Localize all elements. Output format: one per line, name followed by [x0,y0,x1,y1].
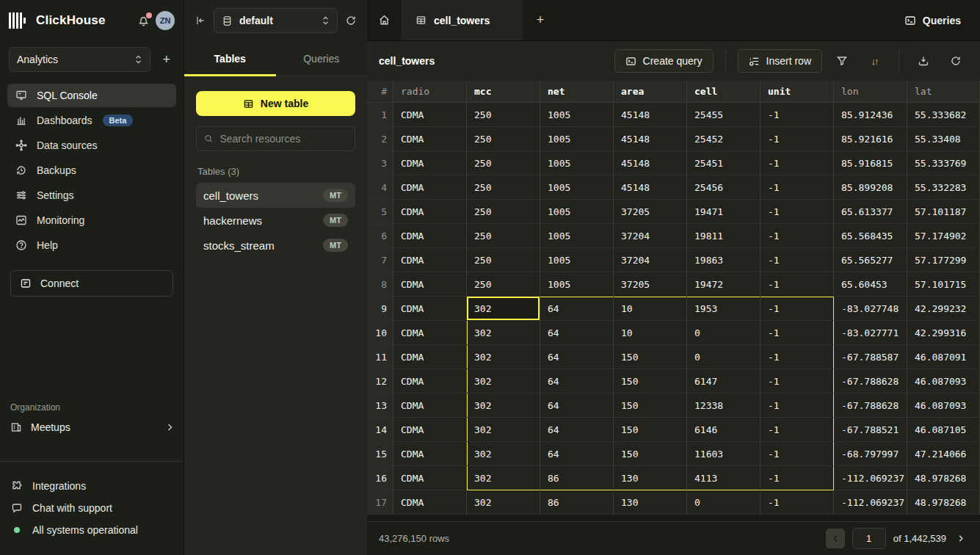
notifications-bell-icon[interactable] [137,15,150,27]
grid-cell[interactable]: 1005 [540,248,614,272]
grid-cell[interactable]: 302 [467,490,540,515]
grid-cell[interactable]: -1 [761,127,834,151]
grid-cell[interactable]: 302 [467,466,540,490]
grid-cell[interactable]: 45148 [614,103,687,127]
filter-button[interactable] [830,49,854,73]
grid-cell[interactable]: 250 [467,127,540,151]
sidebar-item-dashboards[interactable]: DashboardsBeta [7,109,176,132]
grid-cell[interactable]: -1 [761,442,834,466]
grid-cell[interactable]: CDMA [393,418,467,442]
grid-cell[interactable]: 64 [540,369,614,393]
grid-cell[interactable]: 64 [540,297,614,321]
grid-cell[interactable]: 130 [614,490,687,515]
grid-cell[interactable]: 150 [614,369,687,393]
workspace-select[interactable]: Analytics [9,47,150,72]
grid-cell[interactable]: CDMA [393,442,467,466]
grid-cell[interactable]: 37204 [614,224,687,248]
grid-cell[interactable]: 19863 [687,248,761,272]
page-number-input[interactable] [852,528,886,549]
grid-cell[interactable]: -1 [761,321,834,345]
refresh-tables-button[interactable] [345,15,357,26]
sidebar-item-settings[interactable]: Settings [7,184,176,207]
grid-cell[interactable]: 302 [467,369,540,393]
grid-cell[interactable]: 37205 [614,200,687,224]
collapse-panel-button[interactable] [195,15,206,26]
grid-cell[interactable]: CDMA [393,224,467,248]
grid-cell[interactable]: CDMA [393,200,467,224]
previous-page-button[interactable] [826,529,845,548]
grid-cell[interactable]: 0 [687,345,761,369]
queries-link[interactable]: Queries [885,0,980,40]
grid-cell[interactable]: 1953 [687,297,761,321]
table-list-item-stocks_stream[interactable]: stocks_streamMT [196,233,355,258]
sidebar-item-sql-console[interactable]: SQL Console [7,84,176,107]
column-header-unit[interactable]: unit [761,81,834,103]
grid-cell[interactable]: -1 [761,297,834,321]
column-header-area[interactable]: area [614,81,687,103]
grid-cell[interactable]: 250 [467,248,540,272]
grid-cell[interactable]: 55.332283 [907,175,980,200]
grid-cell[interactable]: CDMA [393,369,467,393]
grid-cell[interactable]: -83.027748 [834,297,907,321]
grid-cell[interactable]: 48.978268 [907,490,980,515]
table-list-item-cell_towers[interactable]: cell_towersMT [196,183,355,208]
grid-cell[interactable]: 64 [540,393,614,418]
tab-cell-towers[interactable]: cell_towers [402,0,523,40]
grid-cell[interactable]: -83.027771 [834,321,907,345]
grid-cell[interactable]: -67.788628 [834,393,907,418]
download-button[interactable] [911,49,936,73]
column-header-cell[interactable]: cell [687,81,761,103]
grid-cell[interactable]: 19472 [687,272,761,297]
next-page-button[interactable] [954,533,968,544]
grid-cell[interactable]: 64 [540,321,614,345]
grid-cell[interactable]: 19471 [687,200,761,224]
grid-cell[interactable]: -1 [761,272,834,297]
grid-cell[interactable]: 11603 [687,442,761,466]
grid-cell[interactable]: 0 [687,490,761,515]
grid-cell[interactable]: 37205 [614,272,687,297]
grid-cell[interactable]: -67.788587 [834,345,907,369]
grid-cell[interactable]: CDMA [393,393,467,418]
grid-cell[interactable]: 250 [467,175,540,200]
grid-cell[interactable]: 86 [540,490,614,515]
grid-cell[interactable]: -1 [761,393,834,418]
grid-cell[interactable]: -112.069237 [834,466,907,490]
grid-cell[interactable]: -1 [761,200,834,224]
grid-cell[interactable]: 57.174902 [907,224,980,248]
grid-cell[interactable]: 57.101715 [907,272,980,297]
grid-cell[interactable]: 130 [614,466,687,490]
grid-cell[interactable]: 150 [614,442,687,466]
grid-cell[interactable]: 1005 [540,200,614,224]
grid-cell[interactable]: CDMA [393,466,467,490]
grid-cell[interactable]: CDMA [393,297,467,321]
grid-cell[interactable]: 65.613377 [834,200,907,224]
grid-cell[interactable]: 48.978268 [907,466,980,490]
grid-cell[interactable]: 6147 [687,369,761,393]
grid-cell[interactable]: -1 [761,151,834,175]
grid-cell[interactable]: -112.069237 [834,490,907,515]
grid-cell[interactable]: 47.214066 [907,442,980,466]
grid-cell[interactable]: 46.087091 [907,345,980,369]
grid-cell[interactable]: 45148 [614,175,687,200]
column-header-lon[interactable]: lon [834,81,907,103]
grid-cell[interactable]: 45148 [614,127,687,151]
grid-cell[interactable]: 150 [614,418,687,442]
grid-cell[interactable]: 250 [467,200,540,224]
grid-cell[interactable]: 64 [540,442,614,466]
grid-cell[interactable]: 302 [467,418,540,442]
grid-cell[interactable]: 250 [467,272,540,297]
grid-cell[interactable]: CDMA [393,175,467,200]
grid-cell[interactable]: -1 [761,175,834,200]
search-input[interactable] [219,133,347,145]
grid-cell[interactable]: 37204 [614,248,687,272]
grid-cell[interactable]: 302 [467,393,540,418]
grid-cell[interactable]: -1 [761,103,834,127]
grid-cell[interactable]: 302 [467,321,540,345]
refresh-data-button[interactable] [943,49,968,73]
grid-cell[interactable]: -1 [761,418,834,442]
grid-cell[interactable]: 25452 [687,127,761,151]
grid-cell[interactable]: 1005 [540,272,614,297]
system-status[interactable]: All systems operational [10,523,173,537]
grid-cell[interactable]: 45148 [614,151,687,175]
grid-cell[interactable]: -1 [761,224,834,248]
